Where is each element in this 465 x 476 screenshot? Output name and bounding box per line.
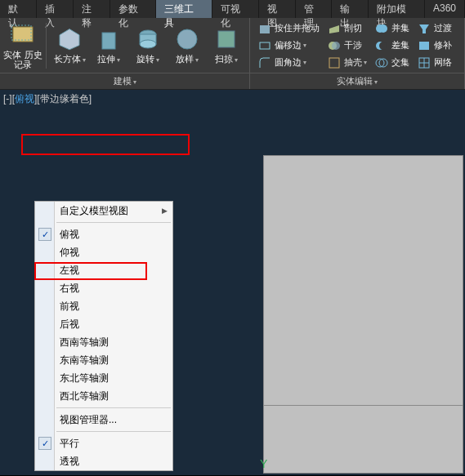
slice-icon — [328, 22, 341, 35]
ucs-icon: Y — [260, 457, 267, 470]
revolve-icon — [135, 26, 161, 52]
tab-manage[interactable]: 管理 — [296, 0, 333, 18]
menu-perspective[interactable]: 透视 — [35, 452, 172, 470]
sweep-label: 扫掠 — [215, 54, 238, 65]
box-label: 长方体 — [54, 54, 86, 65]
sweep-icon — [213, 26, 239, 52]
extrude-button[interactable]: 拉伸 — [89, 20, 128, 71]
shell-button[interactable]: 抽壳 — [324, 55, 370, 71]
svg-rect-14 — [329, 58, 339, 68]
extrude-icon — [96, 26, 122, 52]
menu-view-manager[interactable]: 视图管理器... — [35, 411, 172, 429]
mesh-icon — [418, 56, 431, 69]
extrude-label: 拉伸 — [97, 54, 120, 65]
tab-addon[interactable]: 附加模块 — [369, 0, 425, 18]
menu-custom-view[interactable]: 自定义模型视图 — [35, 202, 172, 220]
filter-button[interactable]: 过渡 — [414, 20, 455, 37]
menu-view-ne-iso[interactable]: 东北等轴测 — [35, 369, 172, 387]
solid-history-button[interactable]: 实体 历史记录 — [3, 20, 42, 71]
svg-rect-9 — [260, 25, 270, 33]
fillet-edge-icon — [258, 56, 271, 69]
solid-history-label: 实体 历史记录 — [3, 50, 42, 69]
svg-point-7 — [177, 29, 197, 49]
check-icon: ✓ — [38, 228, 51, 241]
svg-point-6 — [140, 40, 156, 48]
tab-default[interactable]: 默认 — [0, 0, 37, 18]
intersect-button[interactable]: 交集 — [372, 55, 413, 71]
interfere-button[interactable]: 干涉 — [324, 38, 370, 54]
menu-view-right[interactable]: 右视 — [35, 279, 172, 297]
svg-point-13 — [332, 42, 340, 50]
revolve-label: 旋转 — [136, 54, 159, 65]
viewport-viewname: 俯视 — [15, 93, 34, 105]
solid-history-icon — [10, 22, 36, 48]
panel-modeling-title[interactable]: 建模 — [0, 73, 249, 89]
mesh-button[interactable]: 网络 — [414, 55, 455, 71]
menu-view-nw-iso[interactable]: 西北等轴测 — [35, 387, 172, 405]
subtract-button[interactable]: 差集 — [372, 38, 413, 54]
patch-icon — [418, 39, 431, 52]
sweep-button[interactable]: 扫掠 — [207, 20, 246, 71]
tab-view[interactable]: 视图 — [259, 0, 296, 18]
menu-view-front[interactable]: 前视 — [35, 297, 172, 315]
svg-point-16 — [379, 24, 387, 33]
tab-3d-tools[interactable]: 三维工具 — [156, 0, 212, 18]
slice-button[interactable]: 剖切 — [324, 20, 370, 37]
box-button[interactable]: 长方体 — [50, 20, 89, 71]
patch-button[interactable]: 修补 — [414, 38, 455, 54]
tab-parametric[interactable]: 参数化 — [110, 0, 157, 18]
svg-marker-2 — [60, 29, 79, 49]
ribbon: 实体 历史记录 长方体 拉伸 旋转 放样 扫掠 建模 按住并拖动 偏移边 圆角边… — [0, 18, 465, 90]
menu-view-top[interactable]: ✓俯视 — [35, 225, 172, 243]
shell-icon — [328, 56, 341, 69]
ribbon-panel-modeling: 实体 历史记录 长方体 拉伸 旋转 放样 扫掠 建模 — [0, 18, 250, 89]
svg-rect-21 — [419, 42, 429, 50]
tab-visualize[interactable]: 可视化 — [212, 0, 259, 18]
fillet-edge-button[interactable]: 圆角边 — [255, 55, 323, 71]
tab-output[interactable]: 输出 — [332, 0, 369, 18]
presspull-icon — [258, 22, 271, 35]
menu-view-sw-iso[interactable]: 西南等轴测 — [35, 333, 172, 351]
menu-parallel[interactable]: ✓平行 — [35, 434, 172, 452]
model-face — [263, 155, 463, 474]
panel-solidedit-title[interactable]: 实体编辑 — [250, 73, 464, 89]
menu-view-se-iso[interactable]: 东南等轴测 — [35, 351, 172, 369]
ribbon-tabbar: 默认 插入 注释 参数化 三维工具 可视化 视图 管理 输出 附加模块 A360 — [0, 0, 465, 18]
loft-label: 放样 — [176, 54, 199, 65]
tab-annotate[interactable]: 注释 — [74, 0, 110, 18]
tab-a360[interactable]: A360 — [425, 0, 465, 18]
menu-view-bottom[interactable]: 仰视 — [35, 243, 172, 261]
subtract-icon — [375, 39, 388, 52]
box-icon — [56, 26, 83, 52]
svg-rect-0 — [13, 27, 33, 42]
loft-icon — [174, 26, 200, 52]
union-icon — [375, 22, 388, 35]
check-icon: ✓ — [38, 437, 51, 450]
filter-icon — [418, 22, 431, 35]
svg-point-18 — [379, 42, 387, 50]
interfere-icon — [328, 39, 341, 52]
offset-edge-button[interactable]: 偏移边 — [255, 38, 323, 54]
revolve-button[interactable]: 旋转 — [128, 20, 168, 71]
svg-rect-10 — [260, 42, 270, 49]
viewport-label[interactable]: [-][俯视][带边缘着色] — [3, 92, 92, 106]
ribbon-panel-solid-edit: 按住并拖动 偏移边 圆角边 剖切 干涉 抽壳 并集 差集 交集 过渡 修补 网络… — [250, 18, 465, 89]
svg-rect-8 — [218, 31, 235, 47]
viewport[interactable]: [-][俯视][带边缘着色] Y 自定义模型视图 ✓俯视 仰视 左视 右视 前视… — [0, 90, 465, 475]
svg-marker-11 — [329, 25, 339, 33]
presspull-button[interactable]: 按住并拖动 — [255, 20, 323, 37]
loft-button[interactable]: 放样 — [168, 20, 207, 71]
svg-rect-3 — [102, 33, 115, 49]
tab-insert[interactable]: 插入 — [37, 0, 74, 18]
union-button[interactable]: 并集 — [372, 20, 413, 37]
intersect-icon — [375, 56, 388, 69]
menu-view-left[interactable]: 左视 — [35, 261, 172, 279]
menu-view-back[interactable]: 后视 — [35, 315, 172, 333]
offset-edge-icon — [258, 39, 271, 52]
view-context-menu: 自定义模型视图 ✓俯视 仰视 左视 右视 前视 后视 西南等轴测 东南等轴测 东… — [34, 201, 173, 471]
